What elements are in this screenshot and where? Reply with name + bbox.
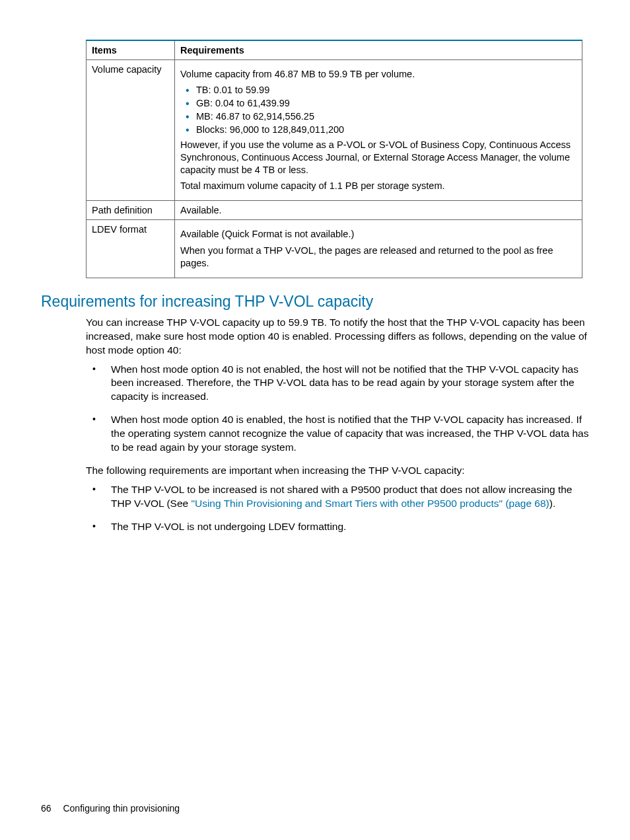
cell-bullet-list: TB: 0.01 to 59.99 GB: 0.04 to 61,439.99 … [180,85,577,135]
cell-item: Volume capacity [87,60,175,201]
list-item: The THP V-VOL to be increased is not sha… [86,483,589,511]
table-row: LDEV format Available (Quick Format is n… [87,220,582,278]
list-item: The THP V-VOL is not undergoing LDEV for… [86,520,589,534]
page-footer: 66 Configuring thin provisioning [41,803,180,814]
cell-text: Volume capacity from 46.87 MB to 59.9 TB… [180,68,577,81]
cell-text: When you format a THP V-VOL, the pages a… [180,245,577,270]
list-item: When host mode option 40 is not enabled,… [86,363,589,404]
cell-text: However, if you use the volume as a P-VO… [180,139,577,176]
section-heading: Requirements for increasing THP V-VOL ca… [41,293,589,311]
list-item: When host mode option 40 is enabled, the… [86,413,589,455]
requirements-table: Items Requirements Volume capacity Volum… [86,40,582,278]
footer-title: Configuring thin provisioning [63,803,180,814]
col-header-items: Items [87,40,175,60]
cross-reference-link[interactable]: "Using Thin Provisioning and Smart Tiers… [191,498,549,509]
col-header-requirements: Requirements [175,40,582,60]
cell-requirements: Available. [175,201,582,220]
cell-text: Available (Quick Format is not available… [180,228,577,241]
list-item: TB: 0.01 to 59.99 [183,85,577,95]
table-row: Path definition Available. [87,201,582,220]
bullet-list: When host mode option 40 is not enabled,… [86,363,589,455]
cell-requirements: Volume capacity from 46.87 MB to 59.9 TB… [175,60,582,201]
cell-item: Path definition [87,201,175,220]
cell-item: LDEV format [87,220,175,278]
list-item: MB: 46.87 to 62,914,556.25 [183,111,577,122]
bullet-list: The THP V-VOL to be increased is not sha… [86,483,589,534]
cell-text: Total maximum volume capacity of 1.1 PB … [180,180,577,192]
paragraph: You can increase THP V-VOL capacity up t… [86,316,589,358]
list-item: GB: 0.04 to 61,439.99 [183,98,577,108]
paragraph: The following requirements are important… [86,464,589,478]
table-row: Volume capacity Volume capacity from 46.… [87,60,582,201]
list-item: Blocks: 96,000 to 128,849,011,200 [183,124,577,135]
cell-requirements: Available (Quick Format is not available… [175,220,582,278]
page-number: 66 [41,803,52,814]
list-item-text: ). [549,498,555,509]
